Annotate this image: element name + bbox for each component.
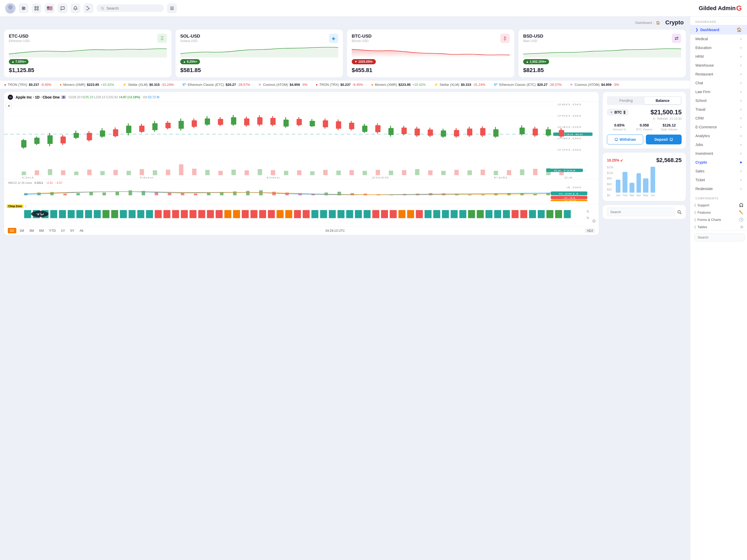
tf-all-btn[interactable]: All [78,228,85,233]
right-search-input[interactable] [607,208,675,216]
sidebar-collapse-support[interactable]: ❮ Support 🎧 [690,202,747,209]
badge-bsd: ▲ 1,502.15%+ [523,59,549,64]
sidebar-collapse-tables[interactable]: ❮ Tables ⊞ [690,223,747,231]
sidebar-item-realestate[interactable]: Realestate [690,184,747,193]
refresh-icon: ↻ [653,117,655,121]
svg-rect-34 [74,133,79,138]
svg-rect-252 [398,210,405,218]
sidebar-item-law-firm[interactable]: Law Firm [690,87,747,96]
sidebar-collapse-features[interactable]: ❮ Features ✏️ [690,209,747,216]
sidebar-label-education: Education [695,46,712,50]
svg-rect-234 [242,210,249,218]
sidebar-item-crm[interactable]: CRM [690,114,747,123]
tf-ytd-btn[interactable]: YTD [47,228,58,233]
sidebar-search-box [690,231,747,244]
badge-etc: ▲ 7.05%+ [9,59,28,64]
sidebar-label-sales: Sales [695,169,704,173]
ticker-inner: ● TRON (TRX) $0.237 -9.45% ● Monero (XMR… [4,83,619,87]
btc-label[interactable]: ▼ BTC ₿ [607,109,628,116]
dot-school [740,100,742,102]
sidebar-item-medical[interactable]: Medical [690,34,747,43]
deposit-button[interactable]: Deposit [646,135,681,144]
svg-rect-249 [372,210,379,218]
svg-rect-168 [115,191,119,195]
main-layout: Dashboard - 🏠 Crypto ETC-USD Ethereum US… [0,17,747,560]
svg-rect-269 [546,210,553,218]
frame-icon-btn[interactable] [32,3,42,13]
sidebar-label-law-firm: Law Firm [695,90,711,94]
svg-rect-264 [503,210,510,218]
svg-rect-239 [285,210,292,218]
sidebar-item-chat[interactable]: Chat [690,79,747,87]
sidebar-item-warehouse[interactable]: Warehouse [690,61,747,70]
sidebar-label-restaurant: Restaurant [695,72,713,76]
svg-rect-254 [416,210,423,218]
sidebar-item-traval[interactable]: Traval [690,105,747,114]
tf-5y-btn[interactable]: 5Y [68,228,77,233]
svg-text:4.00: 4.00 [566,186,581,189]
bar-col-jun: Jun [650,167,655,197]
crypto-card-etc: ETC-USD Ethereum USD Ξ ▲ 7.05%+ $1,125.8… [4,30,172,77]
svg-rect-232 [224,210,231,218]
sidebar-item-crypto[interactable]: Crypto [690,158,747,167]
svg-text:232.62: 232.62 [562,133,583,135]
adjust-icon-btn[interactable] [19,3,28,13]
svg-rect-8 [35,6,36,8]
svg-rect-216 [85,210,92,218]
svg-text:24: 24 [564,176,572,179]
dot-warehouse [740,64,742,66]
chart-collapse-btn[interactable]: ∧ [6,103,12,109]
tf-3m-btn[interactable]: 3M [27,228,36,233]
sidebar-item-hrm[interactable]: HRM [690,52,747,61]
tab-balance[interactable]: Balance [644,97,681,104]
tf-6m-btn[interactable]: 6M [37,228,46,233]
svg-rect-265 [512,210,518,218]
svg-rect-213 [59,210,66,218]
btc-icon: ₿ [623,110,625,114]
sidebar-sub-forms-charts[interactable]: Forms & Charts 🕐 [697,217,743,222]
tf-5d-btn[interactable]: 5D [8,228,16,233]
svg-rect-209 [24,210,31,218]
bell-icon-btn[interactable] [71,3,80,13]
avatar[interactable] [5,3,16,14]
search-input[interactable] [106,6,160,10]
sidebar-item-ticket[interactable]: Ticket [690,176,747,184]
sidebar-item-ecommerce[interactable]: E-Commerce [690,123,747,131]
chart-settings-icon[interactable]: ⚙ [592,218,596,224]
sidebar-sub-support[interactable]: Support 🎧 [697,203,743,207]
price-btc: $455.81 [352,67,510,74]
sidebar-item-jobs[interactable]: Jobs [690,140,747,149]
flag-icon-btn[interactable]: 🇺🇸 [45,3,54,13]
sidebar-item-analytics[interactable]: Analytics [690,131,747,140]
balance-card: Pending Balance ▼ BTC ₿ $21,500.15 ↻ Ref [603,92,686,149]
sidebar-item-investment[interactable]: Investment [690,149,747,158]
bar-lbl-may: May [643,194,648,197]
sidebar-collapse-forms-charts[interactable]: ❮ Forms & Charts 🕐 [690,216,747,223]
sidebar-item-restaurant[interactable]: Restaurant [690,70,747,79]
sidebar-label-hrm: HRM [695,54,704,59]
dot-sales [740,170,742,172]
sidebar-search-input[interactable] [694,233,745,241]
sidebar-sub-tables[interactable]: Tables ⊞ [697,225,743,229]
topbar: 🇺🇸 Gilded AdminG [0,0,747,17]
sidebar-item-education[interactable]: Education [690,43,747,52]
sidebar-sub-features[interactable]: Features ✏️ [697,210,743,214]
right-search-icon[interactable] [677,210,681,214]
svg-rect-175 [207,192,210,195]
sidebar-item-school[interactable]: School [690,96,747,105]
svg-rect-145 [481,169,485,175]
chat-icon-btn[interactable] [58,3,68,13]
svg-text:Feb: Feb [494,176,507,179]
sidebar-item-dashboard[interactable]: ❯ Dashboard 🏠 [690,25,747,34]
svg-text:Dec: Dec [266,176,280,179]
withdraw-button[interactable]: Withdraw [607,135,643,144]
tab-pending[interactable]: Pending [608,97,644,104]
moon-icon-btn[interactable] [83,3,93,13]
svg-text:220.00: 220.00 [557,149,581,151]
tf-1y-btn[interactable]: 1Y [59,228,67,233]
svg-rect-113 [61,170,66,175]
svg-rect-242 [311,210,318,218]
menu-icon-btn[interactable] [167,3,177,13]
tf-1m-btn[interactable]: 1M [17,228,26,233]
sidebar-item-sales[interactable]: Sales [690,167,747,176]
